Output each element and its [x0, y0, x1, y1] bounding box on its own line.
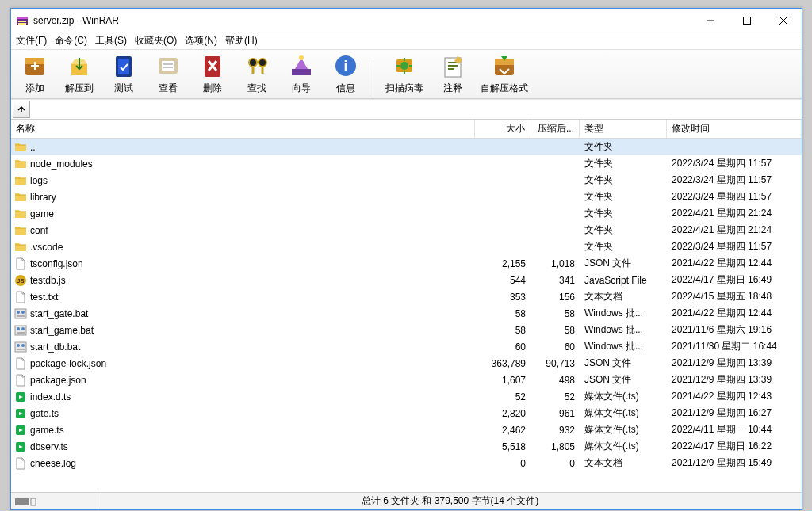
menu-options[interactable]: 选项(N) — [185, 34, 217, 48]
menu-file[interactable]: 文件(F) — [16, 34, 47, 48]
ts-icon — [14, 424, 27, 437]
file-row[interactable]: start_gate.bat5858Windows 批...2021/4/22 … — [11, 305, 802, 322]
statusbar-left-panel — [11, 493, 98, 509]
file-mtime: 2022/3/24 星期四 11:57 — [667, 174, 802, 187]
file-name: .. — [30, 142, 36, 153]
file-mtime: 2022/3/24 星期四 11:57 — [667, 240, 802, 254]
svg-rect-27 — [15, 309, 26, 318]
file-type: Windows 批... — [580, 307, 667, 320]
svg-rect-2 — [18, 21, 26, 22]
svg-rect-15 — [256, 61, 259, 63]
column-packed[interactable]: 压缩后... — [530, 120, 580, 138]
file-row[interactable]: package.json1,607498JSON 文件2021/12/9 星期四… — [11, 372, 802, 388]
file-row[interactable]: game.ts2,462932媒体文件(.ts)2022/4/11 星期一 10… — [11, 421, 802, 438]
ts-icon — [14, 407, 27, 420]
info-button[interactable]: i 信息 — [325, 50, 366, 97]
file-mtime: 2021/4/22 星期四 12:44 — [667, 257, 802, 270]
svg-point-21 — [400, 62, 408, 70]
file-row[interactable]: .vscode文件夹2022/3/24 星期四 11:57 — [11, 238, 802, 255]
file-packed-size: 0 — [530, 458, 580, 469]
minimize-button[interactable] — [692, 9, 729, 32]
virusscan-button[interactable]: 扫描病毒 — [380, 50, 429, 97]
statusbar-summary: 总计 6 文件夹 和 379,500 字节(14 个文件) — [98, 494, 802, 508]
file-row[interactable]: dbserv.ts5,5181,805媒体文件(.ts)2022/4/17 星期… — [11, 438, 802, 455]
file-name: test.txt — [30, 292, 58, 303]
folder-icon — [14, 224, 27, 237]
file-row[interactable]: gate.ts2,820961媒体文件(.ts)2021/12/9 星期四 16… — [11, 405, 802, 421]
file-size: 363,789 — [475, 358, 530, 369]
menu-favorites[interactable]: 收藏夹(O) — [135, 34, 177, 48]
file-list[interactable]: ..文件夹node_modules文件夹2022/3/24 星期四 11:57l… — [11, 139, 802, 492]
sfx-button[interactable]: 自解压格式 — [477, 50, 532, 97]
sfx-icon — [490, 51, 519, 80]
file-name: cheese.log — [30, 458, 76, 469]
file-mtime: 2022/4/17 星期日 16:49 — [667, 273, 802, 287]
info-icon: i — [331, 51, 360, 80]
svg-point-32 — [21, 327, 25, 330]
up-one-level-button[interactable] — [13, 101, 30, 118]
file-mtime: 2021/12/9 星期四 13:39 — [667, 373, 802, 387]
file-size: 0 — [475, 458, 530, 469]
test-icon — [109, 51, 138, 80]
file-row[interactable]: logs文件夹2022/3/24 星期四 11:57 — [11, 172, 802, 189]
svg-point-29 — [21, 311, 25, 314]
file-mtime: 2022/4/15 星期五 18:48 — [667, 290, 802, 303]
find-button[interactable]: 查找 — [236, 50, 278, 97]
file-name: index.d.ts — [30, 391, 71, 402]
file-row[interactable]: cheese.log00文本文档2021/12/9 星期四 15:49 — [11, 455, 802, 471]
comment-button[interactable]: 注释 — [432, 50, 473, 97]
file-icon — [14, 357, 27, 370]
file-size: 52 — [475, 391, 530, 402]
add-button[interactable]: 添加 — [14, 50, 56, 97]
svg-point-35 — [21, 344, 25, 347]
menu-command[interactable]: 命令(C) — [55, 34, 87, 48]
column-type[interactable]: 类型 — [580, 120, 667, 138]
file-row[interactable]: library文件夹2022/3/24 星期四 11:57 — [11, 189, 802, 205]
file-row[interactable]: tsconfig.json2,1551,018JSON 文件2021/4/22 … — [11, 255, 802, 272]
file-row[interactable]: test.txt353156文本文档2022/4/15 星期五 18:48 — [11, 288, 802, 305]
column-mtime[interactable]: 修改时间 — [667, 120, 802, 138]
file-size: 2,462 — [475, 425, 530, 436]
file-type: Windows 批... — [580, 340, 667, 353]
folder-icon — [14, 208, 27, 220]
file-packed-size: 1,018 — [530, 258, 580, 269]
file-type: JavaScript File — [580, 275, 667, 286]
maximize-button[interactable] — [729, 9, 765, 32]
svg-rect-33 — [15, 342, 26, 352]
file-row[interactable]: conf文件夹2022/4/21 星期四 21:24 — [11, 222, 802, 238]
file-row[interactable]: package-lock.json363,78990,713JSON 文件202… — [11, 355, 802, 372]
file-row[interactable]: index.d.ts5252媒体文件(.ts)2021/4/22 星期四 12:… — [11, 388, 802, 405]
file-row[interactable]: node_modules文件夹2022/3/24 星期四 11:57 — [11, 155, 802, 172]
view-button[interactable]: 查看 — [147, 50, 189, 97]
test-button[interactable]: 测试 — [103, 50, 144, 97]
file-size: 5,518 — [475, 441, 530, 452]
column-name[interactable]: 名称 — [11, 120, 475, 138]
file-row[interactable]: start_db.bat6060Windows 批...2021/11/30 星… — [11, 338, 802, 355]
close-button[interactable] — [765, 9, 802, 32]
file-mtime: 2021/11/6 星期六 19:16 — [667, 323, 802, 337]
menu-help[interactable]: 帮助(H) — [225, 34, 258, 48]
file-mtime: 2021/12/9 星期四 16:27 — [667, 406, 802, 420]
file-row[interactable]: game文件夹2022/4/21 星期四 21:24 — [11, 205, 802, 222]
file-packed-size: 1,805 — [530, 441, 580, 452]
column-size[interactable]: 大小 — [475, 120, 530, 138]
file-row[interactable]: start_game.bat5858Windows 批...2021/11/6 … — [11, 322, 802, 338]
file-mtime: 2021/12/9 星期四 13:39 — [667, 357, 802, 370]
extract-button[interactable]: 解压到 — [59, 50, 100, 97]
file-name: conf — [30, 225, 48, 236]
file-name: .vscode — [30, 242, 63, 253]
extract-label: 解压到 — [65, 82, 94, 95]
file-row[interactable]: ..文件夹 — [11, 139, 802, 155]
wizard-button[interactable]: 向导 — [281, 50, 322, 97]
delete-button[interactable]: 删除 — [192, 50, 233, 97]
file-name: library — [30, 192, 56, 203]
menu-tools[interactable]: 工具(S) — [95, 34, 127, 48]
svg-point-34 — [17, 344, 20, 347]
file-packed-size: 156 — [530, 292, 580, 303]
file-size: 58 — [475, 308, 530, 319]
statusbar: 总计 6 文件夹 和 379,500 字节(14 个文件) — [11, 492, 802, 509]
delete-icon — [198, 51, 227, 80]
file-name: node_modules — [30, 158, 93, 170]
file-row[interactable]: JStestdb.js544341JavaScript File2022/4/1… — [11, 272, 802, 288]
file-size: 60 — [475, 341, 530, 353]
